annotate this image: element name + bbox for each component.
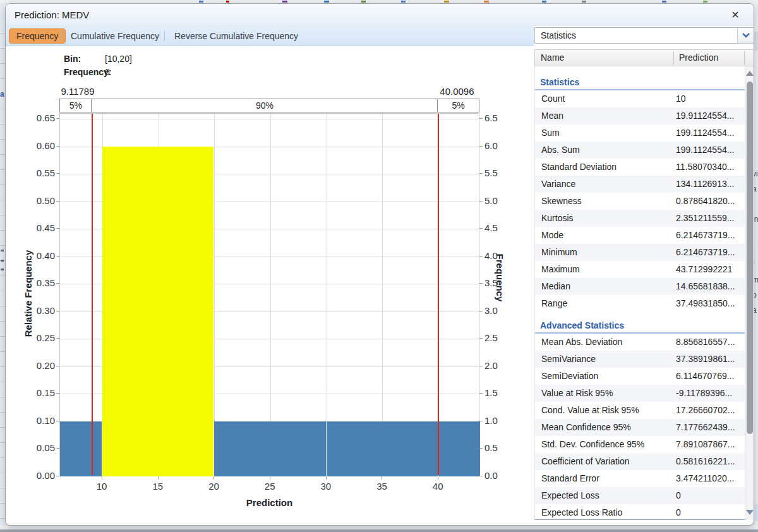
stat-name: Coefficient of Variation — [541, 453, 630, 470]
scrollbar-thumb[interactable] — [747, 82, 753, 434]
stat-name: Count — [541, 90, 565, 107]
table-row[interactable]: SemiVariance37.38919861... — [535, 351, 745, 368]
y-axis-tick — [479, 338, 483, 339]
stats-scrollbar[interactable] — [745, 66, 754, 520]
percentile-segment: 5% — [59, 99, 92, 112]
x-axis-tick — [326, 476, 327, 480]
scroll-down-icon[interactable] — [746, 510, 754, 515]
stat-value: 19.91124554... — [676, 107, 734, 124]
table-row[interactable]: Minimum6.214673719... — [535, 244, 745, 261]
y-axis-left-tick-label: 0.45 — [17, 222, 55, 233]
background-pane-right-edge: viaiintfmoa — [754, 3, 758, 532]
column-separator[interactable] — [744, 51, 745, 64]
x-axis-tick — [102, 476, 102, 480]
y-axis-right-tick-label: 5.0 — [484, 195, 522, 206]
column-header-name[interactable]: Name — [535, 50, 564, 66]
bin-label: Bin: — [64, 54, 105, 64]
percentile-marker-line — [438, 114, 439, 475]
x-axis-tick — [270, 476, 270, 480]
stat-name: Expected Loss Ratio — [541, 504, 622, 520]
table-row[interactable]: Kurtosis2.351211559... — [535, 210, 745, 227]
right-edge-letter-fragment: a — [754, 184, 757, 193]
table-row[interactable]: Count10 — [535, 90, 745, 107]
chevron-down-icon[interactable] — [737, 28, 754, 43]
tab-separator — [164, 31, 165, 41]
stat-value: 199.1124554... — [676, 142, 734, 159]
table-row[interactable]: Maximum43.712992221 — [535, 261, 745, 278]
x-axis-tick-label: 10 — [88, 481, 116, 492]
tab-separator — [61, 31, 61, 41]
frequency-label: Frequency: — [64, 67, 105, 77]
x-axis-tick-label: 20 — [200, 481, 227, 492]
table-row[interactable]: Standard Error3.474211020... — [535, 470, 745, 487]
table-row[interactable]: Median14.65681838... — [535, 278, 745, 295]
table-row[interactable]: Standard Deviation11.58070340... — [535, 159, 745, 176]
y-axis-right-tick-label: 0.5 — [484, 442, 522, 453]
stat-value: 7.891087867... — [676, 436, 735, 453]
y-axis-right-tick-label: 6.0 — [484, 140, 522, 151]
y-axis-tick — [479, 118, 483, 119]
tab-frequency[interactable]: Frequency — [9, 28, 66, 44]
histogram-bar[interactable] — [60, 421, 102, 476]
table-row[interactable]: Range37.49831850... — [535, 295, 745, 312]
tab-reverse-cumulative-frequency[interactable]: Reverse Cumulative Frequency — [167, 28, 305, 44]
x-axis-tick — [382, 476, 382, 480]
stat-name: Mode — [541, 227, 563, 244]
tab-cumulative-frequency[interactable]: Cumulative Frequency — [64, 28, 166, 44]
table-row[interactable]: Abs. Sum199.1124554... — [535, 142, 745, 159]
table-row[interactable]: Cond. Value at Risk 95%17.26660702... — [535, 402, 745, 419]
stats-table-header: Name Prediction — [534, 49, 754, 66]
stat-name: Value at Risk 95% — [541, 385, 613, 402]
stat-value: 6.114670769... — [676, 368, 734, 385]
table-row[interactable]: Mode6.214673719... — [535, 227, 745, 244]
histogram-bar-highlighted[interactable] — [102, 147, 214, 476]
stat-value: 37.49831850... — [676, 295, 735, 312]
close-icon[interactable]: ✕ — [728, 4, 742, 26]
x-axis-tick-label: 35 — [368, 481, 395, 492]
histogram-bar[interactable] — [327, 421, 438, 476]
y-axis-tick — [56, 173, 59, 174]
column-header-prediction[interactable]: Prediction — [673, 50, 718, 66]
table-row[interactable]: Skewness0.878641820... — [535, 193, 745, 210]
table-row[interactable]: Mean Abs. Deviation8.856816557... — [535, 334, 745, 351]
stat-value: 0.878641820... — [676, 193, 735, 210]
y-axis-left-tick-label: 0.20 — [17, 360, 55, 371]
stat-name: Variance — [541, 176, 575, 193]
y-axis-right-tick-label: 6.5 — [484, 112, 522, 123]
histogram-bar[interactable] — [438, 421, 480, 476]
y-axis-tick — [479, 448, 483, 449]
y-axis-tick — [56, 256, 59, 257]
table-row[interactable]: Sum199.1124554... — [535, 124, 745, 142]
stat-name: Minimum — [541, 244, 577, 261]
stat-name: SemiVariance — [541, 351, 596, 368]
y-axis-right-tick-label: 2.0 — [484, 360, 522, 371]
y-axis-tick — [479, 283, 483, 284]
y-axis-left-tick-label: 0.15 — [17, 387, 55, 398]
y-axis-tick — [56, 118, 59, 119]
x-axis-tick — [214, 476, 214, 480]
table-row[interactable]: Std. Dev. Confidence 95%7.891087867... — [535, 436, 745, 453]
stat-name: SemiDeviation — [541, 368, 598, 385]
stat-value: 6.214673719... — [676, 227, 735, 244]
stat-value: 199.1124554... — [676, 124, 734, 142]
histogram-bar[interactable] — [214, 421, 326, 476]
y-axis-left-tick-label: 0.10 — [17, 415, 55, 426]
y-axis-tick — [479, 146, 483, 147]
scroll-up-icon[interactable] — [746, 71, 754, 76]
table-row[interactable]: Value at Risk 95%-9.11789396... — [535, 385, 745, 402]
y-axis-tick — [56, 393, 59, 394]
stat-value: -9.11789396... — [676, 385, 732, 402]
table-row[interactable]: Mean Confidence 95%7.177662439... — [535, 419, 745, 436]
table-row[interactable]: Coefficient of Variation0.581616221... — [535, 453, 745, 470]
stat-value: 2.351211559... — [676, 210, 734, 227]
table-row[interactable]: Expected Loss Ratio0 — [535, 504, 745, 520]
table-row[interactable]: Expected Loss0 — [535, 487, 745, 504]
statistics-dropdown[interactable]: Statistics — [534, 27, 754, 44]
table-row[interactable]: Mean19.91124554... — [535, 107, 745, 124]
table-row[interactable]: SemiDeviation6.114670769... — [535, 368, 745, 385]
stat-value: 8.856816557... — [676, 334, 735, 351]
table-row[interactable]: Variance134.1126913... — [535, 176, 745, 193]
right-edge-letter-fragment: m — [754, 275, 758, 284]
y-axis-left-title: Relative Frequency — [23, 246, 33, 341]
y-axis-tick — [56, 338, 59, 339]
